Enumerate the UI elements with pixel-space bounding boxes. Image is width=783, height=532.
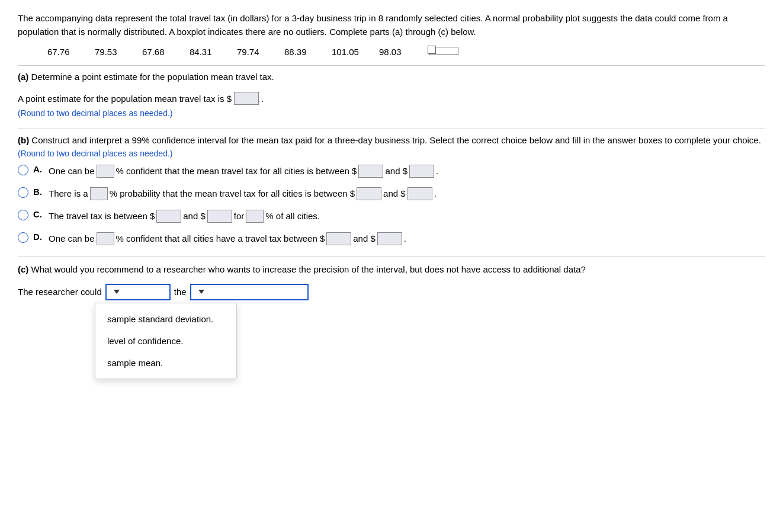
part-a-hint: (Round to two decimal places as needed.) (18, 108, 765, 118)
data-value-3: 67.68 (142, 47, 172, 57)
data-value-6: 88.39 (284, 47, 314, 57)
opt-d-input3[interactable] (377, 232, 402, 245)
part-b-title-text: Construct and interpret a 99% confidence… (29, 135, 761, 145)
data-value-1: 67.76 (47, 47, 77, 57)
option-b-row: B. There is a % probability that the mea… (18, 187, 765, 201)
data-row: 67.76 79.53 67.68 84.31 79.74 88.39 101.… (18, 47, 765, 57)
opt-c-input3[interactable] (246, 210, 264, 223)
opt-a-post: . (436, 164, 438, 178)
intro-text: The accompanying data represent the tota… (18, 12, 758, 39)
opt-d-post: . (404, 232, 406, 246)
option-c-row: C. The travel tax is between $ and $ for… (18, 209, 765, 223)
point-estimate-pre: A point estimate for the population mean… (18, 94, 232, 104)
data-value-7: 101.05 (332, 47, 361, 57)
opt-c-post: % of all cities. (265, 209, 320, 223)
data-value-5: 79.74 (237, 47, 267, 57)
option-a-content: One can be % confident that the mean tra… (49, 164, 438, 178)
part-b-hint: (Round to two decimal places as needed.) (18, 149, 765, 158)
data-value-4: 84.31 (190, 47, 219, 57)
part-a-title-text: Determine a point estimate for the popul… (28, 72, 274, 82)
opt-b-input3[interactable] (407, 187, 432, 200)
part-c-title-text: What would you recommend to a researcher… (28, 264, 586, 274)
part-c-label: (c) (18, 264, 28, 274)
opt-b-pre: There is a (49, 187, 88, 201)
radio-d[interactable] (18, 232, 28, 243)
radio-a[interactable] (18, 165, 28, 175)
part-a-title: (a) Determine a point estimate for the p… (18, 72, 765, 82)
opt-d-input1[interactable] (97, 232, 114, 245)
point-estimate-post: . (261, 94, 264, 104)
option-c-label: C. (33, 209, 44, 219)
option-b-content: There is a % probability that the mean t… (49, 187, 437, 201)
select2-arrow-icon (198, 290, 204, 294)
part-a-section: (a) Determine a point estimate for the p… (18, 72, 765, 118)
opt-a-pre: One can be (49, 164, 95, 178)
researcher-select1[interactable] (105, 284, 171, 300)
part-b-label: (b) (18, 135, 29, 145)
researcher-mid: the (174, 287, 187, 297)
opt-a-mid1: % confident that the mean travel tax for… (116, 164, 357, 178)
dropdown-item-1[interactable]: sample standard deviation. (95, 308, 236, 330)
researcher-pre: The researcher could (18, 287, 102, 297)
dropdown-menu: sample standard deviation. level of conf… (95, 303, 237, 379)
part-b-section: (b) Construct and interpret a 99% confid… (18, 135, 765, 246)
part-c-title: (c) What would you recommend to a resear… (18, 263, 758, 277)
option-a-row: A. One can be % confident that the mean … (18, 164, 765, 178)
opt-d-mid1: % confident that all cities have a trave… (116, 232, 325, 246)
opt-d-pre: One can be (49, 232, 95, 246)
opt-a-and: and $ (385, 164, 407, 178)
option-b-label: B. (33, 187, 44, 197)
option-d-label: D. (33, 232, 44, 242)
opt-b-and: and $ (383, 187, 406, 201)
opt-c-for: for (234, 209, 245, 223)
opt-c-input1[interactable] (156, 210, 181, 223)
data-value-2: 79.53 (95, 47, 124, 57)
dropdown-item-3[interactable]: sample mean. (95, 352, 236, 374)
option-a-label: A. (33, 164, 44, 174)
researcher-select2[interactable] (190, 284, 309, 300)
radio-c[interactable] (18, 210, 28, 220)
opt-a-input3[interactable] (409, 165, 434, 178)
opt-b-input2[interactable] (357, 187, 381, 200)
copy-icon[interactable] (429, 47, 458, 55)
option-c-content: The travel tax is between $ and $ for % … (49, 209, 320, 223)
point-estimate-line: A point estimate for the population mean… (18, 92, 765, 105)
opt-d-input2[interactable] (326, 232, 351, 245)
option-d-row: D. One can be % confident that all citie… (18, 232, 765, 246)
opt-b-input1[interactable] (90, 187, 108, 200)
opt-a-input2[interactable] (358, 165, 383, 178)
select1-arrow-icon (114, 290, 120, 294)
opt-d-and: and $ (353, 232, 376, 246)
part-c-section: (c) What would you recommend to a resear… (18, 263, 765, 300)
divider-3 (18, 257, 765, 257)
option-d-content: One can be % confident that all cities h… (49, 232, 406, 246)
part-a-label: (a) (18, 72, 28, 82)
opt-c-input2[interactable] (207, 210, 232, 223)
divider-1 (18, 65, 765, 66)
dropdown-item-2[interactable]: level of confidence. (95, 330, 236, 352)
opt-b-mid1: % probability that the mean travel tax f… (110, 187, 355, 201)
part-b-title: (b) Construct and interpret a 99% confid… (18, 135, 765, 145)
opt-b-post: . (434, 187, 437, 201)
opt-c-pre: The travel tax is between $ (49, 209, 155, 223)
opt-a-input1[interactable] (97, 165, 114, 178)
researcher-row: The researcher could the sample standard… (18, 284, 765, 300)
radio-b[interactable] (18, 187, 28, 198)
divider-2 (18, 129, 765, 129)
opt-c-and: and $ (183, 209, 206, 223)
point-estimate-input[interactable] (234, 92, 259, 105)
data-value-8: 98.03 (379, 47, 409, 57)
